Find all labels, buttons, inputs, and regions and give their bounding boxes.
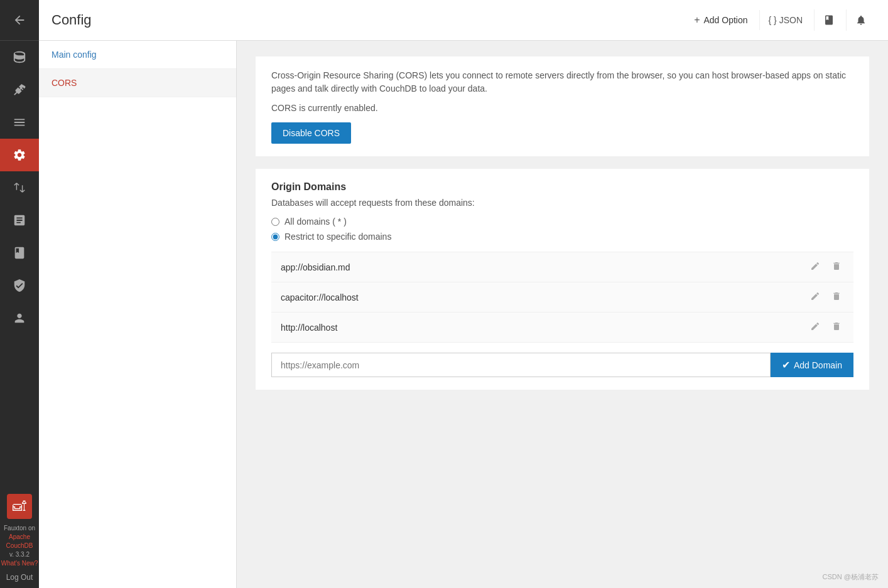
domain-actions bbox=[808, 290, 844, 304]
main-area: Config + Add Option { } JSON Main config… bbox=[39, 0, 888, 588]
radio-specific-domains-input[interactable] bbox=[271, 233, 279, 241]
delete-domain-button[interactable] bbox=[829, 320, 844, 334]
json-button[interactable]: { } JSON bbox=[759, 10, 811, 30]
sidebar-docs-icon[interactable] bbox=[0, 237, 39, 269]
disable-cors-button[interactable]: Disable CORS bbox=[271, 122, 351, 144]
plus-icon: + bbox=[694, 14, 700, 26]
cors-description-text: Cross-Origin Resource Sharing (CORS) let… bbox=[271, 69, 853, 95]
add-domain-row: ✔ Add Domain bbox=[271, 353, 853, 377]
domain-value: app://obsidian.md bbox=[281, 262, 808, 272]
page-title: Config bbox=[51, 12, 685, 28]
sidebar-config-icon[interactable] bbox=[0, 139, 39, 171]
delete-domain-button[interactable] bbox=[829, 290, 844, 304]
sidebar-item-cors[interactable]: CORS bbox=[39, 69, 236, 97]
domain-list: app://obsidian.md capacitor://localhost bbox=[271, 252, 853, 343]
sidebar-version-info: Fauxton on Apache CouchDB v. 3.3.2 What'… bbox=[0, 524, 39, 568]
sidebar-partitions-icon[interactable] bbox=[0, 106, 39, 139]
add-domain-button[interactable]: ✔ Add Domain bbox=[771, 353, 853, 377]
table-row: capacitor://localhost bbox=[271, 282, 853, 313]
origin-domains-section: Origin Domains Databases will accept req… bbox=[256, 169, 869, 390]
logout-button[interactable]: Log Out bbox=[6, 573, 33, 582]
edit-domain-button[interactable] bbox=[808, 260, 823, 274]
table-row: http://localhost bbox=[271, 313, 853, 343]
sidebar-logs-icon[interactable] bbox=[0, 204, 39, 237]
origin-subtitle: Databases will accept requests from thes… bbox=[271, 198, 853, 208]
edit-domain-button[interactable] bbox=[808, 320, 823, 334]
couchdb-logo: 🛋 bbox=[7, 494, 32, 519]
domain-value: capacitor://localhost bbox=[281, 292, 808, 302]
header-actions: + Add Option { } JSON bbox=[685, 9, 875, 31]
origin-radio-group: All domains ( * ) Restrict to specific d… bbox=[271, 216, 853, 242]
domain-actions bbox=[808, 320, 844, 334]
docs-button[interactable] bbox=[814, 9, 843, 31]
couch-icon: 🛋 bbox=[13, 498, 26, 515]
sidebar-wrench-icon[interactable] bbox=[0, 73, 39, 106]
cors-description-box: Cross-Origin Resource Sharing (CORS) let… bbox=[256, 56, 869, 156]
check-icon: ✔ bbox=[782, 359, 790, 371]
cors-status-text: CORS is currently enabled. bbox=[271, 102, 853, 115]
edit-domain-button[interactable] bbox=[808, 290, 823, 304]
table-row: app://obsidian.md bbox=[271, 252, 853, 282]
radio-all-domains[interactable]: All domains ( * ) bbox=[271, 216, 853, 227]
content-body: Main config CORS Cross-Origin Resource S… bbox=[39, 41, 888, 588]
radio-all-domains-input[interactable] bbox=[271, 218, 279, 226]
config-sidebar: Main config CORS bbox=[39, 41, 237, 588]
sidebar: 🛋 Fauxton on Apache CouchDB v. 3.3.2 Wha… bbox=[0, 0, 39, 588]
notifications-button[interactable] bbox=[846, 9, 875, 31]
radio-specific-domains[interactable]: Restrict to specific domains bbox=[271, 232, 853, 242]
sidebar-verify-icon[interactable] bbox=[0, 269, 39, 302]
delete-domain-button[interactable] bbox=[829, 260, 844, 274]
domain-actions bbox=[808, 260, 844, 274]
add-option-button[interactable]: + Add Option bbox=[685, 9, 756, 31]
header: Config + Add Option { } JSON bbox=[39, 0, 888, 41]
footer-watermark: CSDN @杨浦老苏 bbox=[823, 572, 879, 582]
back-arrow-icon[interactable] bbox=[0, 4, 39, 36]
domain-value: http://localhost bbox=[281, 323, 808, 333]
sidebar-top bbox=[0, 0, 39, 41]
sidebar-user-icon[interactable] bbox=[0, 302, 39, 334]
add-domain-input[interactable] bbox=[271, 353, 771, 377]
config-content: Cross-Origin Resource Sharing (CORS) let… bbox=[237, 41, 888, 588]
sidebar-item-main-config[interactable]: Main config bbox=[39, 41, 236, 69]
sidebar-bottom: 🛋 Fauxton on Apache CouchDB v. 3.3.2 Wha… bbox=[0, 494, 39, 588]
origin-domains-title: Origin Domains bbox=[271, 181, 853, 193]
sidebar-database-icon[interactable] bbox=[0, 41, 39, 73]
sidebar-replication-icon[interactable] bbox=[0, 171, 39, 204]
